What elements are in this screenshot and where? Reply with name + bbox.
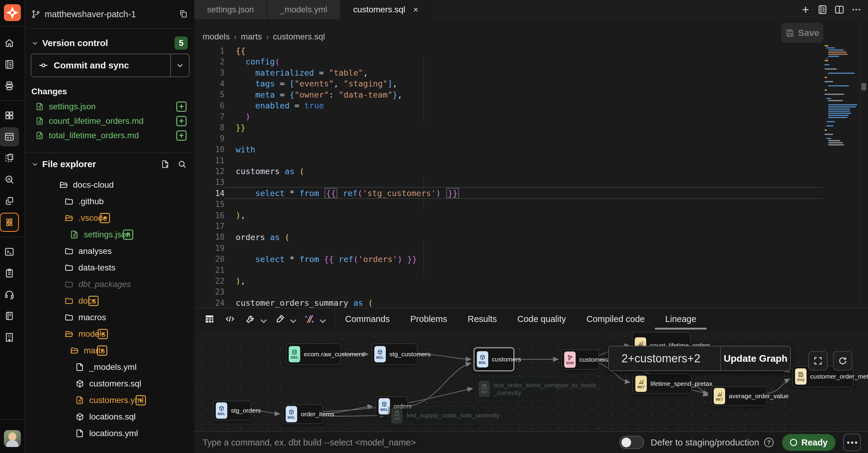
breadcrumb-item[interactable]: marts [241, 32, 262, 41]
avatar[interactable] [4, 430, 21, 447]
close-icon[interactable]: × [413, 4, 418, 15]
stage-file-button[interactable]: + [176, 116, 187, 126]
ai-assist-button[interactable] [304, 314, 324, 324]
code-window-icon[interactable] [0, 127, 19, 147]
tree-item-dbt_packages[interactable]: dbt_packages [25, 276, 194, 292]
code-line-15[interactable]: 15 [194, 199, 868, 210]
tree-item-marts[interactable]: marts [25, 342, 194, 359]
copy-icon[interactable] [179, 10, 188, 19]
panel-tab-code-quality[interactable]: Code quality [507, 308, 576, 330]
code-line-2[interactable]: 2 config( [194, 56, 868, 67]
tab-settings.json[interactable]: settings.json [194, 0, 267, 19]
changed-file-row[interactable]: count_lifetime_orders.md+ [25, 114, 194, 128]
code-line-8[interactable]: 8}} [194, 122, 868, 133]
new-tab-icon[interactable] [801, 4, 811, 15]
split-editor-icon[interactable] [834, 4, 844, 15]
lineage-canvas[interactable]: METcount_lifetime_ordersSRCecom.raw_cust… [194, 329, 868, 431]
tree-item-docs[interactable]: docs [25, 292, 194, 309]
lineage-node-order_items[interactable]: MDLorder_items [283, 404, 323, 424]
search-chart-icon[interactable] [0, 170, 19, 189]
stage-file-button[interactable]: + [176, 101, 187, 112]
branch-row[interactable]: matthewshaver-patch-1 [25, 0, 194, 29]
refresh-icon[interactable] [833, 351, 852, 370]
tree-item-customers.sql[interactable]: customers.sql [25, 375, 194, 392]
code-line-20[interactable]: 20 select * from {{ ref('orders') }} [194, 254, 868, 265]
lineage-node-test_order_items_compute_to_bools_correctly[interactable]: TSTtest_order_items_compute_to_bools _co… [475, 376, 558, 402]
panel-tab-problems[interactable]: Problems [400, 308, 458, 330]
changed-file-row[interactable]: total_lifetime_orders.md+ [25, 128, 194, 143]
code-line-1[interactable]: 1{{ [194, 45, 868, 56]
tree-item-customers.yml[interactable]: customers.yml [25, 392, 194, 409]
terminal-icon[interactable] [0, 242, 19, 261]
code-line-4[interactable]: 4 tags = ["events", "staging"], [194, 78, 868, 89]
status-badge[interactable]: Ready [782, 434, 835, 451]
code-line-24[interactable]: 24customer_orders_summary as ( [194, 297, 868, 309]
fullscreen-icon[interactable] [808, 351, 828, 370]
atom-icon[interactable] [0, 213, 19, 232]
dbt-logo-icon[interactable] [4, 4, 21, 21]
commit-options-button[interactable] [170, 54, 189, 76]
lineage-node-stg_customers[interactable]: MDLstg_customers [371, 343, 418, 365]
compare-icon[interactable] [0, 191, 19, 211]
code-line-19[interactable]: 19 [194, 242, 868, 254]
save-button[interactable]: Save [781, 23, 824, 43]
code-line-6[interactable]: 6 enabled = true [194, 100, 868, 111]
breadcrumb-item[interactable]: models [203, 32, 230, 41]
commit-and-sync-button[interactable]: Commit and sync [31, 54, 190, 77]
code-line-21[interactable]: 21 [194, 264, 868, 276]
tree-item-analyses[interactable]: analyses [25, 243, 194, 259]
breadcrumb[interactable]: models›marts›customers.sql [203, 29, 325, 44]
tree-item-locations.yml[interactable]: locations.yml [25, 425, 194, 442]
code-line-17[interactable]: 17 [194, 221, 868, 232]
archive-icon[interactable] [0, 76, 19, 95]
command-input[interactable]: Type a command, ex. dbt build --select <… [203, 438, 619, 448]
clipboard-icon[interactable] [0, 263, 19, 283]
database-icon[interactable] [0, 306, 19, 326]
minimap[interactable] [825, 45, 860, 147]
update-graph-button[interactable]: Update Graph [720, 346, 790, 370]
code-editor[interactable]: 1{{2 config(3 materialized = "table",4 t… [194, 45, 868, 308]
lineage-node-customers[interactable]: MDLcustomers [474, 348, 514, 371]
lineage-node-average_order_value[interactable]: METaverage_order_value [711, 386, 767, 406]
results-table-icon[interactable] [204, 314, 215, 324]
help-icon[interactable]: ? [764, 438, 774, 447]
lineage-node-stg_orders[interactable]: MDLstg_orders [213, 400, 251, 420]
stage-file-button[interactable]: + [176, 130, 187, 141]
lineage-selector-input[interactable]: 2+customers+2 [609, 346, 720, 370]
panel-tab-compiled-code[interactable]: Compiled code [576, 308, 655, 330]
changed-file-row[interactable]: settings.json+ [25, 99, 194, 114]
code-line-9[interactable]: 9 [194, 133, 868, 144]
panel-tab-commands[interactable]: Commands [335, 308, 400, 330]
search-icon[interactable] [178, 160, 187, 169]
home-icon[interactable] [0, 33, 19, 53]
tree-item-models[interactable]: models [25, 326, 194, 342]
tab-customers.sql[interactable]: customers.sql× [341, 0, 432, 19]
defer-toggle[interactable] [619, 436, 644, 449]
tab-_models.yml[interactable]: _models.yml [267, 0, 341, 19]
tree-item-macros[interactable]: macros [25, 309, 194, 326]
more-options-button[interactable] [843, 434, 861, 451]
code-line-22[interactable]: 22), [194, 275, 868, 286]
code-line-13[interactable]: 13 [194, 177, 868, 188]
building-icon[interactable] [0, 328, 19, 347]
headset-icon[interactable] [0, 285, 19, 304]
tree-item-docs-cloud[interactable]: docs-cloud [25, 176, 194, 193]
code-line-12[interactable]: 12customers as ( [194, 166, 868, 177]
frame-icon[interactable] [0, 149, 19, 168]
code-line-7[interactable]: 7 ) [194, 111, 868, 122]
build-tools-button[interactable] [245, 314, 265, 324]
code-line-11[interactable]: 11 [194, 155, 868, 166]
lineage-node-lifetime_spend_pretax[interactable]: METlifetime_spend_pretax [632, 374, 692, 394]
grid-icon[interactable] [0, 106, 19, 125]
code-line-16[interactable]: 16), [194, 209, 868, 221]
version-control-header[interactable]: Version control 5 [25, 36, 194, 51]
panel-tab-results[interactable]: Results [458, 308, 507, 330]
more-options-icon[interactable] [851, 4, 861, 15]
tree-item-_models.yml[interactable]: _models.yml [25, 359, 194, 375]
code-line-14[interactable]: 14 select * from {{ ref('stg_customers')… [194, 188, 868, 199]
notebook-icon[interactable] [0, 55, 19, 74]
tree-item-settings.json[interactable]: settings.json+ [25, 226, 194, 243]
code-line-23[interactable]: 23 [194, 286, 868, 298]
stage-file-button[interactable]: + [123, 229, 133, 240]
lineage-node-test_supply_costs_sum_correctly[interactable]: TSTtest_supply_costs_sum_correctly [388, 406, 479, 425]
